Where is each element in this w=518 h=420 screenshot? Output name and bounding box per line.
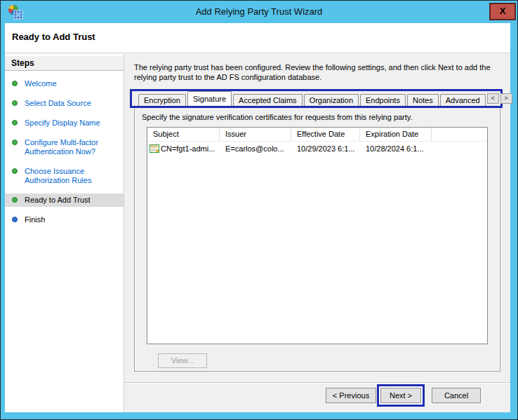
step-done-bullet-icon bbox=[12, 100, 18, 106]
step-done-bullet-icon bbox=[12, 81, 18, 86]
page-title: Ready to Add Trust bbox=[12, 32, 95, 42]
view-button[interactable]: View... bbox=[158, 353, 207, 368]
step-label: Ready to Add Trust bbox=[25, 196, 91, 204]
column-header-filler bbox=[432, 128, 487, 141]
wizard-window: Add Relying Party Trust Wizard X Ready t… bbox=[0, 0, 518, 420]
close-button[interactable]: X bbox=[489, 3, 516, 20]
main-pane: The relying party trust has been configu… bbox=[125, 53, 510, 412]
dialog-body: Ready to Add Trust Steps Welcome Select … bbox=[5, 23, 510, 412]
sidebar-item-welcome[interactable]: Welcome bbox=[5, 77, 124, 90]
sidebar-item-select-data-source[interactable]: Select Data Source bbox=[5, 97, 124, 110]
column-header-issuer[interactable]: Issuer bbox=[220, 128, 291, 141]
step-label: Specify Display Name bbox=[25, 118, 100, 127]
sidebar-item-finish[interactable]: Finish bbox=[5, 213, 124, 226]
sidebar-item-specify-display-name[interactable]: Specify Display Name bbox=[5, 116, 124, 130]
step-label: Choose Issuance Authorization Rules bbox=[25, 167, 91, 184]
description-text: The relying party trust has been configu… bbox=[134, 62, 511, 82]
step-done-bullet-icon bbox=[12, 197, 18, 203]
certificates-table[interactable]: Subject Issuer Effective Date Expiration… bbox=[147, 127, 488, 344]
tab-scroll-buttons: < > bbox=[487, 93, 512, 104]
column-header-subject[interactable]: Subject bbox=[147, 128, 220, 141]
step-done-bullet-icon bbox=[12, 168, 18, 174]
titlebar: Add Relying Party Trust Wizard X bbox=[1, 1, 517, 23]
chevron-left-icon: < bbox=[491, 95, 494, 102]
step-label: Finish bbox=[25, 215, 45, 224]
next-button[interactable]: Next > bbox=[380, 388, 421, 403]
tab-scroll-left-button[interactable]: < bbox=[487, 93, 499, 104]
table-row[interactable]: CN=fgt1-admi... E=carlos@colo... 10/29/2… bbox=[147, 142, 487, 155]
certificate-icon bbox=[150, 144, 159, 153]
step-done-bullet-icon bbox=[12, 140, 18, 145]
tab-instruction-text: Specify the signature verification certi… bbox=[142, 113, 413, 121]
steps-heading: Steps bbox=[5, 56, 124, 71]
tab-organization[interactable]: Organization bbox=[304, 94, 359, 106]
column-header-effective-date[interactable]: Effective Date bbox=[291, 128, 360, 141]
close-icon: X bbox=[500, 6, 506, 16]
step-upcoming-bullet-icon bbox=[12, 217, 18, 222]
sidebar-item-configure-mfa[interactable]: Configure Multi-factor Authentication No… bbox=[5, 136, 124, 158]
cell-subject-text: CN=fgt1-admi... bbox=[161, 144, 215, 153]
footer-separator bbox=[125, 382, 510, 384]
next-button-annotation: Next > bbox=[377, 384, 425, 407]
cancel-button[interactable]: Cancel bbox=[432, 388, 481, 403]
chevron-right-icon: > bbox=[504, 95, 507, 102]
steps-sidebar: Steps Welcome Select Data Source Specify… bbox=[5, 54, 124, 412]
cell-subject: CN=fgt1-admi... bbox=[147, 144, 220, 153]
step-label: Configure Multi-factor Authentication No… bbox=[25, 138, 98, 156]
table-header-row: Subject Issuer Effective Date Expiration… bbox=[147, 128, 487, 142]
tab-signature[interactable]: Signature bbox=[187, 91, 232, 106]
tab-scroll-right-button[interactable]: > bbox=[500, 93, 512, 104]
step-label: Welcome bbox=[25, 79, 57, 88]
tab-encryption[interactable]: Encryption bbox=[138, 94, 186, 106]
steps-list: Welcome Select Data Source Specify Displ… bbox=[5, 71, 124, 226]
window-title: Add Relying Party Trust Wizard bbox=[1, 6, 517, 17]
cell-issuer: E=carlos@colo... bbox=[220, 144, 291, 153]
sidebar-item-ready-to-add-trust[interactable]: Ready to Add Trust bbox=[5, 194, 124, 207]
column-header-expiration-date[interactable]: Expiration Date bbox=[360, 128, 432, 141]
cell-expiration-date: 10/28/2024 6:1... bbox=[360, 144, 432, 153]
tab-advanced[interactable]: Advanced bbox=[440, 94, 486, 106]
tab-endpoints[interactable]: Endpoints bbox=[360, 94, 406, 106]
previous-button[interactable]: < Previous bbox=[326, 388, 376, 403]
page-header-band: Ready to Add Trust bbox=[5, 23, 510, 53]
cell-effective-date: 10/29/2023 6:1... bbox=[291, 144, 360, 153]
tab-notes[interactable]: Notes bbox=[407, 94, 439, 106]
tab-strip: Encryption Signature Accepted Claims Org… bbox=[138, 91, 487, 106]
step-done-bullet-icon bbox=[12, 120, 18, 126]
sidebar-item-choose-issuance-rules[interactable]: Choose Issuance Authorization Rules bbox=[5, 165, 124, 187]
signature-tab-page: Specify the signature verification certi… bbox=[134, 107, 500, 372]
tab-accepted-claims[interactable]: Accepted Claims bbox=[233, 94, 303, 106]
tab-strip-annotation: Encryption Signature Accepted Claims Org… bbox=[130, 89, 503, 108]
step-label: Select Data Source bbox=[25, 99, 91, 107]
